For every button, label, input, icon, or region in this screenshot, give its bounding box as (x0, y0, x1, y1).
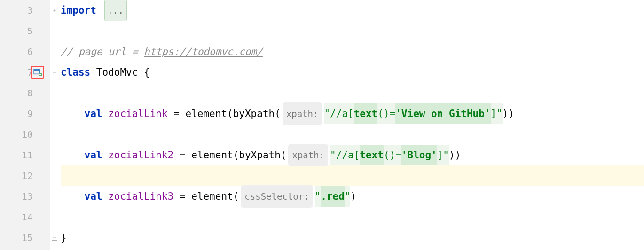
gutter-row[interactable]: 6 (0, 41, 50, 62)
fold-gutter (50, 0, 59, 250)
line-number: 6 (27, 46, 33, 57)
collapse-end-icon[interactable] (52, 235, 57, 241)
code-line-highlighted[interactable] (61, 165, 644, 186)
line-number: 15 (22, 232, 33, 243)
line-number: 3 (27, 5, 33, 16)
line-number: 8 (27, 87, 33, 99)
keyword: val (85, 186, 102, 207)
code-line[interactable] (61, 21, 644, 41)
fold-row[interactable] (50, 62, 59, 83)
collapse-icon[interactable] (52, 70, 57, 75)
gutter-row[interactable]: 10 (0, 124, 50, 145)
expand-icon[interactable] (52, 8, 57, 13)
gutter-row[interactable]: 5 (0, 21, 50, 41)
gutter-row[interactable]: 11 (0, 145, 50, 165)
line-number: 11 (22, 149, 33, 161)
add-web-element-icon[interactable] (31, 66, 44, 79)
keyword: val (85, 145, 102, 165)
field-name: zocialLink3 (102, 186, 174, 207)
line-number: 14 (22, 211, 33, 223)
keyword: val (85, 103, 102, 124)
code-line[interactable]: import ... (61, 0, 644, 21)
line-number: 5 (27, 25, 33, 37)
line-number: 10 (22, 129, 33, 140)
code-line[interactable]: } (61, 227, 644, 248)
code-editor[interactable]: import ... // page_url = https://todomvc… (59, 0, 644, 250)
code-line[interactable]: val zocialLink2 = element(byXpath(xpath:… (61, 145, 644, 165)
gutter-row[interactable]: 15 (0, 227, 50, 248)
comment-url: https://todomvc.com/ (144, 46, 263, 57)
field-name: zocialLink (102, 103, 168, 124)
line-number: 9 (27, 108, 33, 119)
fold-dots[interactable]: ... (104, 0, 127, 21)
gutter-row[interactable]: 12 (0, 165, 50, 186)
code-line[interactable]: val zocialLink3 = element(cssSelector:".… (61, 186, 644, 207)
field-name: zocialLink2 (102, 145, 174, 165)
param-hint: xpath: (283, 102, 322, 125)
gutter-row[interactable]: 9 (0, 103, 50, 124)
keyword: import (61, 0, 96, 21)
gutter-row[interactable]: 7 (0, 62, 50, 83)
gutter-row[interactable]: 14 (0, 207, 50, 227)
code-line[interactable]: // page_url = https://todomvc.com/ (61, 41, 644, 62)
line-number: 13 (22, 191, 33, 202)
fold-row[interactable] (50, 227, 59, 248)
line-gutter: 3 5 6 7 8 9 10 11 12 13 14 (0, 0, 50, 250)
gutter-row[interactable]: 13 (0, 186, 50, 207)
gutter-row[interactable]: 8 (0, 83, 50, 103)
param-hint: xpath: (288, 144, 328, 166)
code-line[interactable] (61, 83, 644, 103)
param-hint: cssSelector: (241, 185, 313, 208)
fold-row[interactable] (50, 0, 59, 21)
code-line[interactable]: val zocialLink = element(byXpath(xpath:"… (61, 103, 644, 124)
code-line[interactable] (61, 207, 644, 227)
comment: // page_url = https://todomvc.com/ (61, 41, 263, 62)
line-number: 12 (22, 170, 33, 181)
gutter-row[interactable]: 3 (0, 0, 50, 21)
keyword: class (61, 62, 90, 83)
code-line[interactable]: class TodoMvc { (61, 62, 644, 83)
code-line[interactable] (61, 124, 644, 145)
